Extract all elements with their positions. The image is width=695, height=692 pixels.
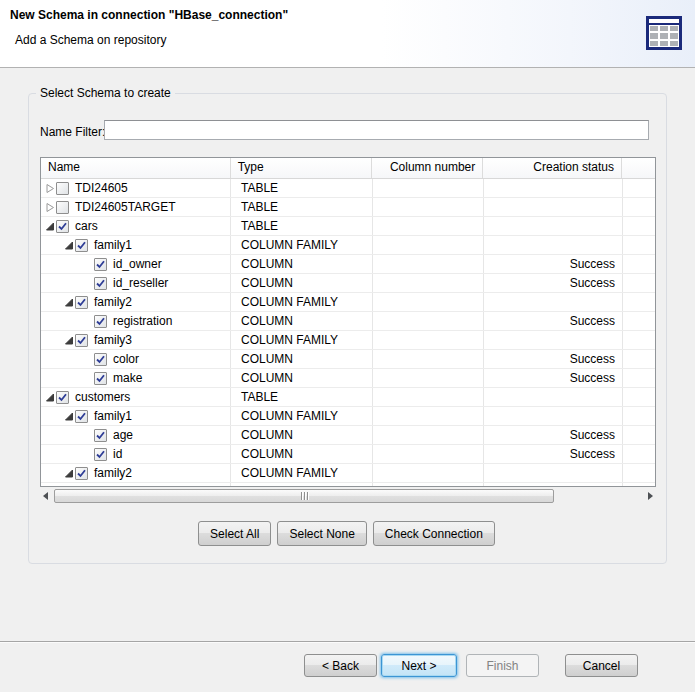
- row-checkbox-checked[interactable]: [94, 448, 107, 461]
- column-header-creation-status[interactable]: Creation status: [483, 158, 622, 178]
- table-row[interactable]: customersTABLE: [41, 388, 655, 407]
- expander-expanded-icon[interactable]: [62, 334, 75, 347]
- row-type: COLUMN: [231, 350, 373, 368]
- table-row[interactable]: family1COLUMN FAMILY: [41, 407, 655, 426]
- row-extra-cell: [623, 388, 655, 406]
- row-checkbox-checked[interactable]: [94, 429, 107, 442]
- select-all-button[interactable]: Select All: [198, 521, 271, 546]
- row-checkbox-checked[interactable]: [75, 410, 88, 423]
- row-type: COLUMN: [231, 369, 373, 387]
- row-type: COLUMN FAMILY: [231, 464, 373, 482]
- expander-collapsed-icon[interactable]: [43, 201, 56, 214]
- row-creation-status: [484, 331, 623, 349]
- row-column-number: [373, 179, 484, 197]
- expander-expanded-icon[interactable]: [43, 391, 56, 404]
- row-checkbox-checked[interactable]: [75, 239, 88, 252]
- row-checkbox-checked[interactable]: [94, 315, 107, 328]
- scrollbar-grip: [301, 492, 308, 500]
- row-creation-status: [484, 236, 623, 254]
- row-checkbox-unchecked[interactable]: [56, 201, 69, 214]
- row-checkbox-checked[interactable]: [94, 277, 107, 290]
- expander-collapsed-icon[interactable]: [43, 182, 56, 195]
- row-creation-status: Success: [484, 369, 623, 387]
- finish-button[interactable]: Finish: [466, 654, 539, 677]
- select-none-button[interactable]: Select None: [277, 521, 366, 546]
- table-row[interactable]: carsTABLE: [41, 217, 655, 236]
- table-row[interactable]: colorCOLUMNSuccess: [41, 350, 655, 369]
- row-type: COLUMN: [231, 445, 373, 463]
- table-row[interactable]: makeCOLUMNSuccess: [41, 369, 655, 388]
- row-label: TDI24605TARGET: [75, 199, 175, 216]
- row-checkbox-checked[interactable]: [75, 296, 88, 309]
- table-row[interactable]: ageCOLUMNSuccess: [41, 426, 655, 445]
- horizontal-scrollbar[interactable]: [40, 488, 656, 504]
- groupbox-legend: Select Schema to create: [36, 86, 175, 100]
- table-row[interactable]: registrationCOLUMNSuccess: [41, 312, 655, 331]
- row-checkbox-checked[interactable]: [94, 353, 107, 366]
- row-checkbox-checked[interactable]: [94, 486, 107, 488]
- column-header-name[interactable]: Name: [41, 158, 231, 178]
- row-checkbox-checked[interactable]: [94, 372, 107, 385]
- row-type: TABLE: [231, 179, 373, 197]
- table-row[interactable]: TDI24605TARGETTABLE: [41, 198, 655, 217]
- row-checkbox-checked[interactable]: [75, 334, 88, 347]
- row-creation-status: [484, 464, 623, 482]
- name-filter-input[interactable]: [104, 120, 649, 140]
- scroll-right-icon[interactable]: [644, 488, 656, 504]
- table-row[interactable]: family2COLUMN FAMILY: [41, 464, 655, 483]
- table-row[interactable]: TDI24605TABLE: [41, 179, 655, 198]
- expander-expanded-icon[interactable]: [43, 220, 56, 233]
- expander-spacer: [81, 353, 94, 366]
- next-button[interactable]: Next >: [381, 654, 457, 677]
- row-extra-cell: [623, 464, 655, 482]
- row-extra-cell: [623, 198, 655, 216]
- row-checkbox-checked[interactable]: [56, 391, 69, 404]
- check-connection-button[interactable]: Check Connection: [373, 521, 495, 546]
- row-extra-cell: [623, 350, 655, 368]
- expander-spacer: [81, 277, 94, 290]
- table-row[interactable]: family1COLUMN FAMILY: [41, 236, 655, 255]
- table-row[interactable]: family3COLUMN FAMILY: [41, 331, 655, 350]
- table-row[interactable]: id_resellerCOLUMNSuccess: [41, 274, 655, 293]
- row-column-number: [373, 198, 484, 216]
- row-checkbox-checked[interactable]: [94, 258, 107, 271]
- column-header-column-number[interactable]: Column number: [372, 158, 483, 178]
- row-column-number: [373, 274, 484, 292]
- row-label: name: [113, 484, 143, 488]
- expander-expanded-icon[interactable]: [62, 410, 75, 423]
- row-extra-cell: [623, 331, 655, 349]
- cancel-button[interactable]: Cancel: [565, 654, 638, 677]
- table-grid-icon: [646, 16, 682, 50]
- row-label: age: [113, 427, 133, 444]
- expander-expanded-icon[interactable]: [62, 239, 75, 252]
- row-type: COLUMN FAMILY: [231, 293, 373, 311]
- column-header-type[interactable]: Type: [231, 158, 373, 178]
- row-column-number: [373, 217, 484, 235]
- expander-spacer: [81, 315, 94, 328]
- row-checkbox-unchecked[interactable]: [56, 182, 69, 195]
- table-row[interactable]: idCOLUMNSuccess: [41, 445, 655, 464]
- expander-expanded-icon[interactable]: [62, 467, 75, 480]
- row-checkbox-checked[interactable]: [75, 467, 88, 480]
- row-type: COLUMN: [231, 483, 373, 487]
- row-column-number: [373, 407, 484, 425]
- back-button[interactable]: < Back: [304, 654, 377, 677]
- row-label: color: [113, 351, 139, 368]
- scrollbar-thumb[interactable]: [54, 489, 554, 503]
- row-extra-cell: [623, 217, 655, 235]
- table-row[interactable]: id_ownerCOLUMNSuccess: [41, 255, 655, 274]
- row-type: COLUMN FAMILY: [231, 236, 373, 254]
- scroll-left-icon[interactable]: [40, 488, 52, 504]
- expander-expanded-icon[interactable]: [62, 296, 75, 309]
- row-label: id_reseller: [113, 275, 168, 292]
- name-filter-label: Name Filter:: [40, 125, 105, 139]
- row-creation-status: Success: [484, 445, 623, 463]
- row-label: TDI24605: [75, 180, 128, 197]
- table-header: NameTypeColumn numberCreation status: [41, 158, 655, 179]
- row-extra-cell: [623, 369, 655, 387]
- row-checkbox-checked[interactable]: [56, 220, 69, 233]
- table-row[interactable]: nameCOLUMNSuccess: [41, 483, 655, 487]
- table-row[interactable]: family2COLUMN FAMILY: [41, 293, 655, 312]
- column-header-extra[interactable]: [622, 158, 655, 178]
- row-type: TABLE: [231, 388, 373, 406]
